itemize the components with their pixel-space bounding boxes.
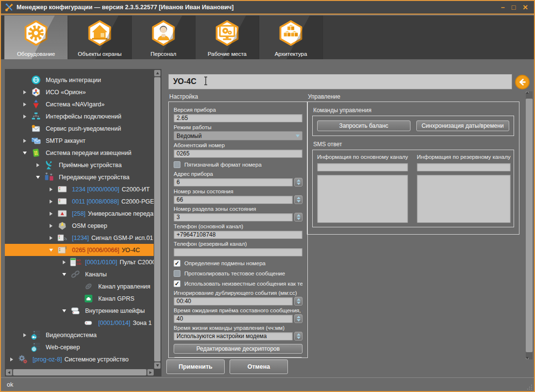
spin-down-icon[interactable] [297, 319, 301, 322]
checkbox-row[interactable]: ✓Определение подмены номера [174, 260, 303, 267]
tab-архитектура[interactable]: Архитектура [259, 16, 323, 59]
spin-up-icon[interactable] [297, 316, 301, 318]
spinner-stepper[interactable] [294, 195, 303, 204]
device-name-input[interactable]: УО-4С [168, 74, 512, 89]
scroll-down-icon[interactable] [154, 362, 160, 369]
chevron-right-icon[interactable] [22, 90, 27, 94]
resize-grip-icon[interactable] [526, 383, 533, 390]
tree-row[interactable]: Каналы [5, 268, 154, 280]
tree-row[interactable]: SMTP аккаунт [5, 135, 154, 147]
tree-row[interactable]: 0011 [0008/0088]С2000-PGE (тест) [5, 195, 154, 207]
command-button[interactable]: Синхронизация даты/времени [416, 120, 510, 131]
tree-row[interactable]: Модуль интеграции [5, 74, 154, 86]
tree-vscroll-thumb[interactable] [154, 77, 160, 361]
chevron-right-icon[interactable] [22, 333, 27, 337]
chevron-down-icon[interactable] [61, 273, 67, 276]
maximize-icon[interactable]: □ [512, 4, 516, 11]
tree-vertical-scrollbar[interactable] [154, 70, 160, 369]
chevron-right-icon[interactable] [61, 260, 67, 264]
spinner-stepper[interactable] [294, 178, 303, 187]
spinner-input[interactable]: 6 [174, 178, 293, 187]
tab-оборудование[interactable]: Оборудование [4, 16, 68, 59]
chevron-right-icon[interactable] [48, 200, 54, 204]
text-input[interactable]: 2.65 [174, 114, 303, 122]
spin-up-icon[interactable] [297, 333, 301, 336]
tree-row[interactable]: Интерфейсы подключений [5, 110, 154, 122]
spin-down-icon[interactable] [297, 337, 301, 339]
scroll-down-icon[interactable] [526, 357, 529, 359]
chevron-down-icon[interactable] [61, 309, 67, 312]
command-button[interactable]: Запросить баланс [317, 120, 410, 131]
checkbox-row[interactable]: Протоколировать тестовое сообщение [174, 270, 303, 277]
spin-down-icon[interactable] [297, 183, 301, 185]
sms-reply-input[interactable] [317, 163, 408, 171]
sms-reply-textarea[interactable] [417, 174, 511, 223]
tree-row[interactable]: Сервис push-уведомлений [5, 122, 154, 135]
text-input[interactable]: +79647108748 [174, 230, 303, 239]
form-button[interactable]: Редактирование дескрипторов [174, 344, 303, 354]
chevron-down-icon[interactable] [48, 249, 54, 252]
spinner-stepper[interactable] [294, 332, 303, 341]
tree-row[interactable]: Система передачи извещений [5, 147, 154, 159]
scroll-left-icon[interactable] [6, 369, 12, 375]
tree-row[interactable]: Видеоподсистема [5, 329, 154, 341]
spinner-stepper[interactable] [294, 314, 303, 323]
checkbox[interactable]: ✓ [174, 260, 180, 267]
chevron-right-icon[interactable] [22, 115, 27, 119]
tree-row[interactable]: 1234 [0000/0000]С2000-ИТ [5, 183, 154, 195]
tab-рабочие-места[interactable]: Рабочие места [196, 16, 259, 59]
tree-row[interactable]: 0265 [0006/0066]УО-4С [5, 244, 154, 256]
spinner-stepper[interactable] [294, 297, 303, 306]
spin-down-icon[interactable] [297, 200, 301, 203]
tree-row[interactable]: NOCID[0001/0100]Пульт С2000М/С2 [5, 256, 154, 268]
spinner-input[interactable]: 40 [174, 314, 293, 323]
chevron-right-icon[interactable] [48, 236, 54, 240]
form-button[interactable]: Создать дочерние объекты [174, 357, 303, 358]
tab-объекты-охраны[interactable]: Объекты охраны [68, 16, 132, 59]
checkbox[interactable] [174, 161, 180, 168]
tab-персонал[interactable]: Персонал [132, 16, 196, 59]
cancel-button[interactable]: Отмена [230, 359, 288, 374]
tree-row[interactable]: Канал GPRS [5, 292, 154, 305]
tree-row[interactable]: [prog-oz-8]Системное устройство [5, 353, 154, 365]
checkbox[interactable] [174, 270, 180, 277]
chevron-right-icon[interactable] [9, 358, 14, 361]
main-vertical-scrollbar[interactable] [526, 91, 533, 359]
dropdown-select[interactable]: Ведомый [174, 131, 303, 140]
sms-reply-textarea[interactable] [317, 174, 408, 223]
tree-row[interactable]: Web-сервер [5, 341, 154, 353]
tree-row[interactable]: [0001/0014]Зона 1 [5, 317, 154, 329]
tree-horizontal-scrollbar[interactable] [6, 369, 154, 375]
tree-row[interactable]: Канал управления [5, 280, 154, 292]
spin-down-icon[interactable] [297, 302, 301, 304]
chevron-down-icon[interactable] [22, 152, 27, 154]
tree-row[interactable]: ИСО «Орион» [5, 86, 154, 98]
chevron-right-icon[interactable] [48, 187, 54, 191]
checkbox-row[interactable]: Пятизначный формат номера [174, 161, 303, 168]
spin-up-icon[interactable] [297, 197, 301, 199]
text-input[interactable]: 0265 [174, 149, 303, 158]
spinner-input[interactable]: Используются настройки модема [174, 332, 293, 341]
tree-row[interactable]: Приёмные устройства [5, 159, 154, 171]
spinner-input[interactable]: 00:40 [174, 297, 293, 306]
tree-row[interactable]: [1234]Сигнал GSM-Р исп.01 [5, 232, 154, 244]
spinner-input[interactable]: 3 [174, 213, 293, 222]
spin-up-icon[interactable] [297, 179, 301, 182]
scroll-up-icon[interactable] [526, 91, 529, 94]
spin-up-icon[interactable] [297, 298, 301, 301]
spin-up-icon[interactable] [297, 214, 301, 217]
back-button[interactable] [515, 75, 530, 89]
sms-reply-input[interactable] [417, 163, 511, 171]
minimize-icon[interactable]: – [501, 4, 505, 11]
tree-row[interactable]: Система «NAVIgard» [5, 98, 154, 110]
spinner-input[interactable]: 66 [174, 195, 293, 204]
chevron-right-icon[interactable] [22, 102, 27, 106]
chevron-right-icon[interactable] [48, 212, 54, 216]
chevron-right-icon[interactable] [48, 224, 54, 228]
text-input[interactable] [174, 248, 303, 256]
apply-button[interactable]: Применить [166, 359, 225, 374]
tree-row[interactable]: Внутренние шлейфы [5, 305, 154, 317]
checkbox-row[interactable]: ✓Использовать неизвестные сообщения как … [174, 280, 303, 287]
tree-row[interactable]: OSM сервер [5, 220, 154, 232]
main-vscroll-thumb[interactable] [526, 99, 533, 352]
